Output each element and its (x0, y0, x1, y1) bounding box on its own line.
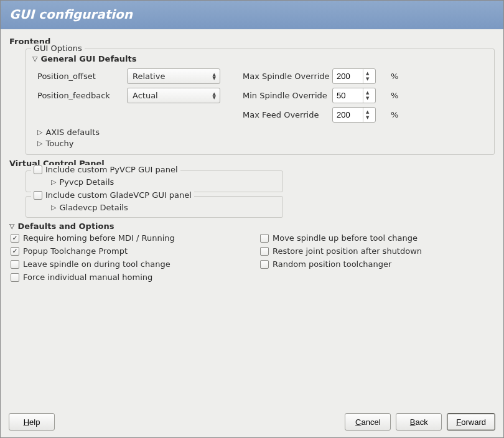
gladevcp-details-expander[interactable]: Gladevcp Details (51, 203, 276, 212)
opt-label: Restore joint position after shutdown (273, 246, 422, 256)
combo-stepper-icon: ▲▼ (213, 73, 216, 80)
chevron-right-icon (51, 204, 56, 211)
opt-random-toolchanger[interactable]: Random position toolchanger (260, 259, 495, 269)
opt-label: Move spindle up before tool change (273, 233, 418, 243)
forward-button[interactable]: Forward (447, 413, 495, 431)
gladevcp-details-label: Gladevcp Details (59, 203, 128, 212)
spin-stepper-icon[interactable]: ▲▼ (363, 108, 371, 122)
pyvcp-details-label: Pyvcp Details (59, 177, 114, 187)
chevron-down-icon (32, 55, 37, 62)
checkbox-leave-spindle[interactable] (11, 260, 19, 269)
touchy-label: Touchy (45, 139, 73, 148)
gladevcp-checkbox-label: Include custom GladeVCP GUI panel (45, 190, 192, 200)
percent-label: % (391, 72, 403, 81)
max-feed-override-label: Max Feed Override (243, 110, 330, 119)
defaults-options-label: Defaults and Options (17, 221, 114, 231)
opt-leave-spindle[interactable]: Leave spindle on during tool change (11, 259, 245, 269)
checkbox-popup-toolchange[interactable] (11, 247, 19, 256)
opt-label: Popup Toolchange Prompt (23, 246, 128, 256)
gladevcp-checkbox[interactable] (34, 191, 42, 200)
opt-label: Leave spindle on during tool change (23, 259, 170, 269)
gui-options-fieldset: GUI Options General GUI Defaults Positio… (26, 49, 495, 155)
checkbox-random-toolchanger[interactable] (260, 260, 269, 269)
back-button[interactable]: Back (396, 413, 442, 431)
checkbox-move-spindle-up[interactable] (260, 234, 269, 243)
percent-label: % (391, 110, 403, 119)
opt-require-homing[interactable]: Require homing before MDI / Running (11, 233, 245, 243)
cancel-button[interactable]: Cancel (345, 413, 391, 431)
percent-label: % (391, 91, 403, 100)
max-spindle-override-spin[interactable]: ▲▼ (332, 68, 376, 84)
chevron-right-icon (37, 140, 42, 147)
position-offset-combo[interactable]: Relative ▲▼ (127, 68, 220, 84)
position-feedback-label: Position_feedback (37, 91, 124, 100)
pyvcp-legend[interactable]: Include custom PyVCP GUI panel (31, 165, 180, 174)
spin-stepper-icon[interactable]: ▲▼ (363, 88, 371, 103)
pyvcp-fieldset: Include custom PyVCP GUI panel Pyvcp Det… (26, 170, 283, 192)
help-button[interactable]: Help (9, 413, 55, 431)
pyvcp-checkbox-label: Include custom PyVCP GUI panel (45, 165, 178, 174)
checkbox-force-homing[interactable] (11, 273, 19, 282)
position-feedback-combo[interactable]: Actual ▲▼ (127, 88, 220, 103)
gui-options-legend: GUI Options (31, 44, 85, 53)
general-gui-defaults-expander[interactable]: General GUI Defaults (32, 54, 488, 63)
opt-label: Random position toolchanger (273, 259, 391, 269)
axis-defaults-expander[interactable]: AXIS defaults (37, 128, 488, 137)
button-bar: Help Cancel Back Forward (0, 407, 504, 438)
page-title: GUI configuration (9, 7, 133, 22)
pyvcp-details-expander[interactable]: Pyvcp Details (51, 177, 276, 187)
options-grid: Require homing before MDI / Running Move… (11, 233, 495, 282)
opt-move-spindle-up[interactable]: Move spindle up before tool change (260, 233, 495, 243)
general-defaults-grid: Position_offset Relative ▲▼ Max Spindle … (37, 68, 488, 123)
max-feed-override-spin[interactable]: ▲▼ (332, 107, 376, 123)
chevron-down-icon (9, 223, 14, 230)
general-gui-defaults-label: General GUI Defaults (40, 54, 136, 63)
gladevcp-fieldset: Include custom GladeVCP GUI panel Gladev… (26, 196, 283, 218)
checkbox-require-homing[interactable] (11, 234, 19, 243)
spin-stepper-icon[interactable]: ▲▼ (363, 69, 371, 83)
min-spindle-override-spin[interactable]: ▲▼ (332, 88, 376, 103)
axis-defaults-label: AXIS defaults (45, 128, 100, 137)
max-spindle-override-label: Max Spindle Override (243, 72, 330, 81)
touchy-expander[interactable]: Touchy (37, 139, 488, 148)
defaults-options-expander[interactable]: Defaults and Options (9, 221, 495, 231)
min-spindle-override-input[interactable] (337, 91, 363, 100)
max-spindle-override-input[interactable] (337, 72, 363, 81)
combo-stepper-icon: ▲▼ (213, 92, 216, 100)
titlebar: GUI configuration (1, 1, 503, 29)
checkbox-restore-joint[interactable] (260, 247, 269, 256)
opt-popup-toolchange[interactable]: Popup Toolchange Prompt (11, 246, 245, 256)
position-offset-label: Position_offset (37, 72, 124, 81)
position-feedback-value: Actual (133, 91, 158, 100)
opt-label: Require homing before MDI / Running (23, 233, 175, 243)
min-spindle-override-label: Min Spindle Override (243, 91, 330, 100)
opt-label: Force individual manual homing (23, 273, 152, 282)
opt-restore-joint[interactable]: Restore joint position after shutdown (260, 246, 495, 256)
gladevcp-legend[interactable]: Include custom GladeVCP GUI panel (31, 190, 194, 200)
position-offset-value: Relative (133, 72, 165, 81)
chevron-right-icon (37, 129, 42, 136)
content-area: Frontend GUI Options General GUI Default… (1, 29, 503, 284)
max-feed-override-input[interactable] (337, 110, 363, 119)
opt-force-homing[interactable]: Force individual manual homing (11, 273, 245, 282)
pyvcp-checkbox[interactable] (34, 165, 42, 174)
chevron-right-icon (51, 179, 56, 185)
